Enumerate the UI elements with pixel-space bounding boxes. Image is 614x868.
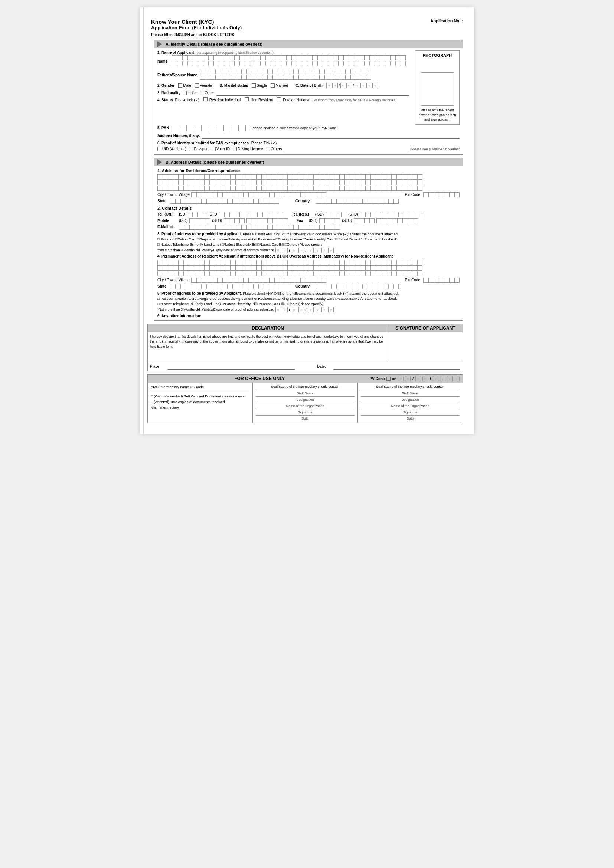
name-cell[interactable] (297, 55, 302, 60)
dob-m1[interactable]: m (340, 83, 346, 88)
dob-d1[interactable]: d (326, 83, 332, 88)
ipv-checkbox[interactable] (386, 377, 391, 381)
name-cell[interactable] (281, 55, 286, 60)
name-cell[interactable] (214, 55, 219, 60)
name-cell[interactable] (271, 55, 276, 60)
name-cell[interactable] (323, 55, 328, 60)
name-cell[interactable] (250, 61, 255, 66)
name-cell[interactable] (245, 55, 250, 60)
name-cell[interactable] (193, 55, 198, 60)
others-poi-item[interactable]: Others (266, 147, 282, 151)
name-cell[interactable] (291, 55, 297, 60)
name-cell[interactable] (208, 61, 214, 66)
indian-item[interactable]: Indian (183, 91, 197, 95)
name-cell[interactable] (239, 61, 245, 66)
name-cell[interactable] (224, 61, 229, 66)
name-cell[interactable] (333, 61, 338, 66)
name-cell[interactable] (395, 55, 400, 60)
pan-cell[interactable] (216, 125, 223, 131)
name-cell[interactable] (369, 61, 375, 66)
name-cell[interactable] (312, 61, 317, 66)
name-cell[interactable] (349, 55, 354, 60)
name-cell[interactable] (172, 61, 177, 66)
name-cell[interactable] (182, 61, 188, 66)
poi-others-field[interactable] (285, 146, 407, 152)
pan-cell[interactable] (194, 125, 201, 131)
name-cell[interactable] (375, 55, 380, 60)
name-cell[interactable] (286, 55, 291, 60)
dob-y4[interactable]: y (372, 83, 378, 88)
pan-cell[interactable] (223, 125, 231, 131)
name-cell[interactable] (188, 61, 193, 66)
name-cell[interactable] (395, 61, 400, 66)
name-cell[interactable] (291, 61, 297, 66)
name-cell[interactable] (177, 55, 182, 60)
name-cell[interactable] (234, 61, 239, 66)
dob-m2[interactable]: m (346, 83, 352, 88)
voter-checkbox[interactable] (212, 147, 216, 151)
name-cell[interactable] (224, 55, 229, 60)
name-cell[interactable] (400, 61, 406, 66)
name-cell[interactable] (198, 61, 203, 66)
place-field[interactable] (168, 364, 295, 370)
name-cell[interactable] (265, 55, 271, 60)
female-checkbox[interactable] (195, 84, 199, 88)
driving-checkbox[interactable] (233, 147, 237, 151)
pan-cell[interactable] (186, 125, 194, 131)
name-cell[interactable] (328, 55, 333, 60)
passport-item[interactable]: Passport (189, 147, 208, 151)
name-cell[interactable] (203, 55, 208, 60)
name-cell[interactable] (380, 61, 385, 66)
name-cell[interactable] (219, 61, 224, 66)
name-cell[interactable] (255, 55, 260, 60)
resident-checkbox[interactable] (203, 97, 208, 101)
name-cell[interactable] (359, 55, 364, 60)
gender-female-item[interactable]: Female (195, 84, 212, 88)
name-cell[interactable] (385, 55, 390, 60)
indian-checkbox[interactable] (183, 91, 187, 95)
name-cell[interactable] (229, 55, 234, 60)
name-cell[interactable] (317, 61, 323, 66)
name-cell[interactable] (297, 61, 302, 66)
name-cell[interactable] (338, 55, 343, 60)
name-cell[interactable] (354, 55, 359, 60)
name-cell[interactable] (312, 55, 317, 60)
single-checkbox[interactable] (252, 84, 256, 88)
married-item[interactable]: Married (271, 84, 288, 88)
name-cell[interactable] (260, 55, 265, 60)
married-checkbox[interactable] (271, 84, 275, 88)
signature-area[interactable] (388, 332, 462, 362)
name-cell[interactable] (364, 55, 369, 60)
name-cell[interactable] (245, 61, 250, 66)
dob-y3[interactable]: y (366, 83, 372, 88)
name-cell[interactable] (281, 61, 286, 66)
nationality-other-field[interactable] (216, 90, 409, 96)
name-cell[interactable] (328, 61, 333, 66)
pan-cell[interactable] (179, 125, 186, 131)
name-cell[interactable] (343, 55, 349, 60)
name-cell[interactable] (302, 61, 307, 66)
name-cell[interactable] (276, 61, 281, 66)
voter-item[interactable]: Voter ID (212, 147, 230, 151)
male-checkbox[interactable] (178, 84, 182, 88)
name-cell[interactable] (260, 61, 265, 66)
name-cell[interactable] (172, 55, 177, 60)
dob-d2[interactable]: d (332, 83, 338, 88)
name-cell[interactable] (198, 55, 203, 60)
date-field[interactable] (333, 364, 460, 370)
pan-cell[interactable] (231, 125, 238, 131)
name-cell[interactable] (234, 55, 239, 60)
name-cell[interactable] (250, 55, 255, 60)
name-cell[interactable] (177, 61, 182, 66)
name-cell[interactable] (307, 55, 312, 60)
name-cell[interactable] (369, 55, 375, 60)
name-cell[interactable] (286, 61, 291, 66)
name-cell[interactable] (380, 55, 385, 60)
name-cell[interactable] (271, 61, 276, 66)
foreign-checkbox[interactable] (277, 97, 281, 101)
passport-checkbox[interactable] (189, 147, 193, 151)
name-cell[interactable] (302, 55, 307, 60)
name-cell[interactable] (390, 61, 395, 66)
pan-cell[interactable] (209, 125, 216, 131)
name-cell[interactable] (375, 61, 380, 66)
